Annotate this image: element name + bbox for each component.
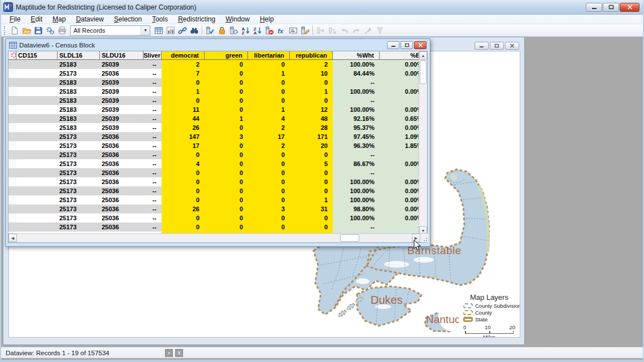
- table-row[interactable]: 2517325036--14731717197.45%1.09%: [8, 132, 420, 141]
- settings-gears-icon[interactable]: [44, 25, 56, 36]
- cell-democrat[interactable]: 44: [162, 114, 204, 123]
- cell-libertarian[interactable]: 0: [248, 186, 290, 195]
- cell-pct_bl[interactable]: 0.00%: [380, 159, 420, 168]
- cell-republican[interactable]: 48: [290, 114, 333, 123]
- cell-pct_bl[interactable]: 0.00%: [380, 105, 420, 114]
- menu-item-redistricting[interactable]: Redistricting: [173, 15, 220, 24]
- cell-cd115[interactable]: [16, 141, 58, 150]
- cell-sldu16[interactable]: 25036: [100, 141, 143, 150]
- close-button[interactable]: [620, 3, 639, 12]
- horizontal-scroll-thumb[interactable]: [340, 234, 359, 242]
- cell-democrat[interactable]: 17: [162, 141, 204, 150]
- cell-republican[interactable]: 20: [290, 141, 333, 150]
- table-row[interactable]: 2517325036--17022096.30%1.85%: [8, 141, 420, 150]
- table-row[interactable]: 2517325036--0000100.00%0.00%: [8, 213, 420, 223]
- cell-sldu16[interactable]: 25036: [100, 213, 143, 223]
- cell-sliver[interactable]: --: [143, 114, 162, 123]
- new-document-icon[interactable]: [8, 25, 20, 36]
- cell-rowmark[interactable]: [8, 96, 16, 105]
- select-records-icon[interactable]: [204, 25, 216, 36]
- table-row[interactable]: 2518325039--110112100.00%0.00%: [8, 105, 420, 114]
- cell-sldu16[interactable]: 25036: [100, 132, 143, 141]
- cell-pct_wht[interactable]: --: [333, 150, 380, 159]
- cell-sldl16[interactable]: 25173: [58, 168, 100, 177]
- cell-republican[interactable]: 12: [290, 105, 333, 114]
- cell-green[interactable]: 0: [204, 177, 248, 186]
- cell-cd115[interactable]: [16, 78, 58, 87]
- cell-pct_bl[interactable]: 1.09%: [380, 132, 420, 141]
- open-folder-icon[interactable]: [20, 25, 32, 36]
- cell-pct_wht[interactable]: 84.44%: [333, 69, 380, 78]
- cell-republican[interactable]: 31: [290, 204, 333, 213]
- cell-democrat[interactable]: 2: [162, 60, 204, 69]
- cell-libertarian[interactable]: 1: [248, 69, 290, 78]
- column-header-sldu16[interactable]: SLDU16: [100, 51, 143, 60]
- cell-libertarian[interactable]: 17: [248, 132, 290, 141]
- table-row[interactable]: 2517325036--400586.67%0.00%: [8, 159, 420, 168]
- cell-sliver[interactable]: --: [143, 150, 162, 159]
- column-header-cd115[interactable]: CD115: [16, 51, 58, 60]
- chart-icon[interactable]: [164, 25, 176, 36]
- cell-sldu16[interactable]: 25039: [100, 87, 143, 96]
- cell-cd115[interactable]: [16, 87, 58, 96]
- menu-item-selection[interactable]: Selection: [109, 15, 147, 24]
- cell-pct_wht[interactable]: 97.45%: [333, 132, 380, 141]
- cell-sldl16[interactable]: 25183: [58, 78, 100, 87]
- cell-democrat[interactable]: 4: [162, 159, 204, 168]
- cell-pct_wht[interactable]: --: [333, 96, 380, 105]
- cell-rowmark[interactable]: [8, 141, 16, 150]
- cell-rowmark[interactable]: [8, 195, 16, 204]
- cell-pct_bl[interactable]: --: [380, 78, 420, 87]
- column-header-pct_wht[interactable]: %Wht: [333, 51, 380, 60]
- cell-green[interactable]: 0: [204, 105, 248, 114]
- cell-cd115[interactable]: [16, 213, 58, 223]
- menu-item-help[interactable]: Help: [255, 15, 279, 24]
- cell-sliver[interactable]: --: [143, 123, 162, 132]
- menu-item-window[interactable]: Window: [220, 15, 255, 24]
- cell-pct_bl[interactable]: 0.00%: [380, 177, 420, 186]
- cell-sldu16[interactable]: 25039: [100, 105, 143, 114]
- cell-libertarian[interactable]: 3: [248, 204, 290, 213]
- cell-republican[interactable]: 28: [290, 123, 333, 132]
- cell-green[interactable]: 0: [204, 96, 248, 105]
- formula-icon[interactable]: fx: [275, 25, 287, 36]
- title-bar[interactable]: Maptitude for Redistricting (Licensed to…: [1, 0, 643, 15]
- cell-sldl16[interactable]: 25183: [58, 60, 100, 69]
- status-expand-button[interactable]: »: [165, 349, 173, 357]
- cell-pct_wht[interactable]: 92.16%: [333, 114, 380, 123]
- cell-libertarian[interactable]: 0: [248, 168, 290, 177]
- cell-democrat[interactable]: 0: [162, 223, 204, 232]
- cell-rowmark[interactable]: [8, 204, 16, 213]
- cell-pct_bl[interactable]: --: [380, 150, 420, 159]
- modify-table-icon[interactable]: [299, 25, 311, 36]
- dataview-close-button[interactable]: [414, 41, 427, 49]
- cell-sldl16[interactable]: 25173: [58, 132, 100, 141]
- cell-sldl16[interactable]: 25173: [58, 69, 100, 78]
- cell-pct_bl[interactable]: 0.00%: [380, 60, 420, 69]
- new-dataview-icon[interactable]: [153, 25, 164, 36]
- cell-pct_bl[interactable]: 0.00%: [380, 213, 420, 223]
- cell-cd115[interactable]: [16, 150, 58, 159]
- cell-green[interactable]: 0: [204, 87, 248, 96]
- link-icon[interactable]: [176, 25, 188, 36]
- horizontal-scroll-track[interactable]: [17, 234, 412, 242]
- cell-sldl16[interactable]: 25183: [58, 123, 100, 132]
- cell-rowmark[interactable]: [8, 114, 16, 123]
- cell-green[interactable]: 0: [204, 78, 248, 87]
- cell-democrat[interactable]: 1: [162, 87, 204, 96]
- print-icon[interactable]: [56, 25, 68, 36]
- cell-democrat[interactable]: 0: [162, 177, 204, 186]
- cell-pct_wht[interactable]: --: [333, 168, 380, 177]
- resize-grip[interactable]: [420, 234, 428, 242]
- table-row[interactable]: 2518325039--0000----: [8, 96, 420, 105]
- expression-box-icon[interactable]: [287, 25, 299, 36]
- cell-green[interactable]: 0: [204, 223, 248, 232]
- cell-sldu16[interactable]: 25039: [100, 96, 143, 105]
- cell-pct_bl[interactable]: 0.00%: [380, 186, 420, 195]
- cell-cd115[interactable]: [16, 204, 58, 213]
- cell-sliver[interactable]: --: [143, 223, 162, 232]
- cell-green[interactable]: 0: [204, 204, 248, 213]
- cell-democrat[interactable]: 0: [162, 213, 204, 223]
- cell-green[interactable]: 0: [204, 141, 248, 150]
- menu-item-dataview[interactable]: Dataview: [71, 15, 108, 24]
